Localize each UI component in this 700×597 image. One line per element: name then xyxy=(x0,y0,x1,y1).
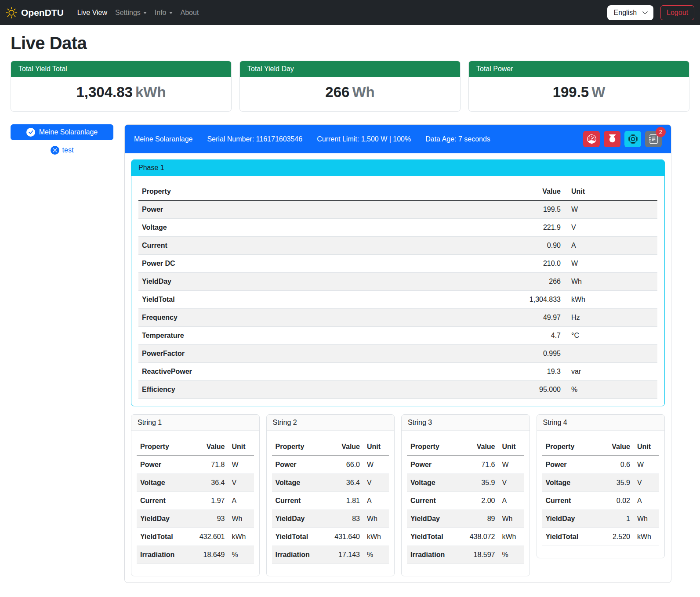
table-row: Current1.97A xyxy=(137,492,254,510)
navbar: OpenDTU Live View Settings Info About En… xyxy=(0,0,700,25)
unit-cell: kWh xyxy=(634,528,659,546)
column-header-property: Property xyxy=(272,438,325,456)
table-header-row: Property Value Unit xyxy=(137,438,254,456)
unit-cell: W xyxy=(228,456,254,474)
column-header-value: Value xyxy=(460,438,499,456)
unit-cell: °C xyxy=(564,327,657,345)
property-cell: Power xyxy=(138,201,516,219)
table-row: YieldDay89Wh xyxy=(407,510,524,528)
phase-table-body: Power199.5WVoltage221.9VCurrent0.90APowe… xyxy=(138,201,657,399)
cpu-icon xyxy=(628,134,638,144)
column-header-unit: Unit xyxy=(634,438,659,456)
property-cell: YieldDay xyxy=(272,510,325,528)
table-row: YieldTotal438.072kWh xyxy=(407,528,524,546)
summary-value: 1,304.83 xyxy=(76,84,132,100)
property-cell: YieldTotal xyxy=(272,528,325,546)
column-header-unit: Unit xyxy=(228,438,254,456)
unit-cell: Wh xyxy=(228,510,254,528)
property-cell: PowerFactor xyxy=(138,345,516,363)
value-cell: 18.597 xyxy=(460,546,499,564)
inverter-select-link-test[interactable]: test xyxy=(11,146,113,155)
event-log-button[interactable]: 2 xyxy=(645,131,662,147)
unit-cell: V xyxy=(228,474,254,492)
page-content: Live Data Total Yield Total 1,304.83kWh … xyxy=(0,33,700,583)
language-select[interactable]: English xyxy=(607,5,653,20)
nav-links: Live View Settings Info About xyxy=(73,5,203,20)
inverter-data-age: Data Age: 7 seconds xyxy=(425,135,490,143)
inverter-serial: Serial Number: 116171603546 xyxy=(207,135,302,143)
nav-item-about[interactable]: About xyxy=(177,5,203,20)
nav-item-live-view[interactable]: Live View xyxy=(73,5,111,20)
value-cell: 431.640 xyxy=(325,528,363,546)
value-cell: 35.9 xyxy=(595,474,634,492)
unit-cell: kWh xyxy=(499,528,524,546)
unit-cell: V xyxy=(564,219,657,237)
table-header-row: Property Value Unit xyxy=(542,438,660,456)
unit-cell: A xyxy=(228,492,254,510)
column-header-property: Property xyxy=(407,438,460,456)
phase-table-head: Property Value Unit xyxy=(138,183,657,201)
string-card-2: String 2 Property Value Unit xyxy=(266,414,395,576)
property-cell: YieldDay xyxy=(137,510,190,528)
table-row: YieldTotal431.640kWh xyxy=(272,528,389,546)
nav-item-settings[interactable]: Settings xyxy=(111,5,151,20)
unit-cell: Wh xyxy=(363,510,389,528)
string-table-body: Power71.8WVoltage36.4VCurrent1.97AYieldD… xyxy=(137,456,254,564)
table-row: Voltage221.9V xyxy=(138,219,657,237)
unit-cell: V xyxy=(634,474,659,492)
column-header-unit: Unit xyxy=(499,438,524,456)
value-cell: 0.90 xyxy=(516,237,564,255)
speedometer-icon xyxy=(587,134,596,144)
column-header-value: Value xyxy=(190,438,228,456)
unit-cell: % xyxy=(228,546,254,564)
table-row: Voltage36.4V xyxy=(137,474,254,492)
summary-card-body: 199.5W xyxy=(469,77,689,111)
power-button[interactable] xyxy=(604,131,620,147)
value-cell: 221.9 xyxy=(516,219,564,237)
logout-button[interactable]: Logout xyxy=(660,5,694,20)
value-cell: 438.072 xyxy=(460,528,499,546)
property-cell: Irradiation xyxy=(407,546,460,564)
value-cell: 0.995 xyxy=(516,345,564,363)
string-table-body: Power0.6WVoltage35.9VCurrent0.02AYieldDa… xyxy=(542,456,660,546)
column-header-property: Property xyxy=(542,438,595,456)
unit-cell: W xyxy=(634,456,659,474)
string-table: Property Value Unit Power66.0WVoltage36.… xyxy=(272,438,389,564)
inverter-select-button-meine-solaranlage[interactable]: Meine Solaranlage xyxy=(11,124,113,140)
value-cell: 1 xyxy=(595,510,634,528)
summary-card-header: Total Yield Total xyxy=(11,61,231,77)
string-table-body: Power71.6WVoltage35.9VCurrent2.00AYieldD… xyxy=(407,456,524,564)
brand[interactable]: OpenDTU xyxy=(6,7,64,18)
table-header-row: Property Value Unit xyxy=(138,183,657,201)
property-cell: YieldTotal xyxy=(138,291,516,309)
nav-item-info[interactable]: Info xyxy=(151,5,177,20)
value-cell: 66.0 xyxy=(325,456,363,474)
property-cell: YieldDay xyxy=(542,510,595,528)
table-row: YieldTotal2.520kWh xyxy=(542,528,660,546)
property-cell: Efficiency xyxy=(138,381,516,399)
string-card-3: String 3 Property Value Unit xyxy=(401,414,530,576)
unit-cell xyxy=(564,345,657,363)
limit-settings-button[interactable] xyxy=(583,131,600,147)
string-table: Property Value Unit Power0.6WVoltage35.9… xyxy=(542,438,660,546)
column-header-value: Value xyxy=(325,438,363,456)
table-row: Power71.8W xyxy=(137,456,254,474)
value-cell: 71.6 xyxy=(460,456,499,474)
device-info-button[interactable] xyxy=(624,131,641,147)
table-row: Voltage36.4V xyxy=(272,474,389,492)
value-cell: 0.6 xyxy=(595,456,634,474)
unit-cell: Wh xyxy=(634,510,659,528)
navbar-right: English Logout xyxy=(607,5,694,20)
unit-cell: % xyxy=(564,381,657,399)
column-header-unit: Unit xyxy=(363,438,389,456)
string-card-header: String 2 xyxy=(267,415,395,431)
property-cell: YieldTotal xyxy=(542,528,595,546)
property-cell: YieldDay xyxy=(138,273,516,291)
summary-card-header: Total Power xyxy=(469,61,689,77)
summary-card-body: 266Wh xyxy=(240,77,460,111)
property-cell: Voltage xyxy=(138,219,516,237)
string-card-header: String 3 xyxy=(402,415,530,431)
power-icon xyxy=(608,134,617,144)
column-header-property: Property xyxy=(137,438,190,456)
value-cell: 4.7 xyxy=(516,327,564,345)
